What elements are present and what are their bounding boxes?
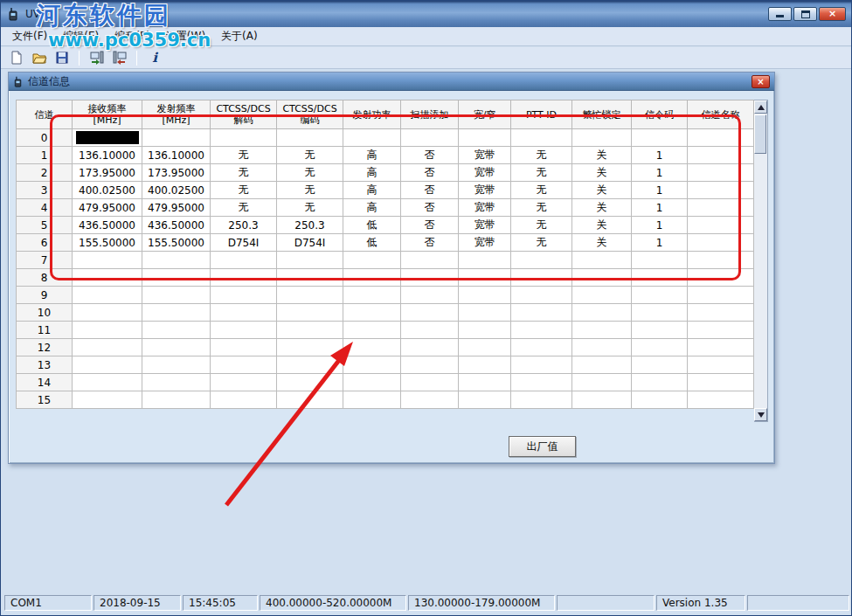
table-cell[interactable]: [343, 129, 401, 147]
table-cell[interactable]: [688, 356, 754, 374]
table-cell[interactable]: 无: [511, 147, 572, 164]
table-cell[interactable]: [688, 147, 754, 164]
app-icon[interactable]: [6, 7, 20, 21]
channel-window-icon[interactable]: [12, 76, 24, 87]
table-cell[interactable]: [401, 252, 459, 269]
row-header-cell[interactable]: 8: [17, 269, 73, 287]
table-cell[interactable]: [142, 287, 211, 304]
table-cell[interactable]: [688, 217, 754, 234]
table-cell[interactable]: 宽带: [459, 199, 511, 217]
table-cell[interactable]: [401, 374, 459, 391]
table-cell[interactable]: [688, 304, 754, 322]
row-header-cell[interactable]: 13: [17, 356, 73, 374]
table-cell[interactable]: [459, 374, 511, 391]
row-header-cell[interactable]: 14: [17, 374, 73, 391]
table-cell[interactable]: 1: [632, 164, 688, 182]
table-cell[interactable]: [572, 356, 632, 374]
table-cell[interactable]: [73, 356, 142, 374]
table-cell[interactable]: [142, 374, 211, 391]
table-cell[interactable]: [632, 322, 688, 339]
menu-item[interactable]: 关于(A): [213, 27, 266, 45]
table-cell[interactable]: [343, 304, 401, 322]
table-cell[interactable]: [459, 304, 511, 322]
table-cell[interactable]: [688, 391, 754, 409]
table-cell[interactable]: [511, 287, 572, 304]
table-cell[interactable]: [459, 287, 511, 304]
table-cell[interactable]: [343, 356, 401, 374]
table-cell[interactable]: [211, 322, 277, 339]
channel-window-close-button[interactable]: ×: [752, 75, 770, 88]
table-cell[interactable]: [277, 339, 343, 356]
table-cell[interactable]: [632, 287, 688, 304]
row-header-cell[interactable]: 2: [17, 164, 73, 182]
table-cell[interactable]: [211, 129, 277, 147]
table-cell[interactable]: 155.50000: [73, 234, 142, 252]
table-cell[interactable]: 无: [211, 182, 277, 199]
table-cell[interactable]: 高: [343, 164, 401, 182]
table-cell[interactable]: 无: [277, 147, 343, 164]
table-cell[interactable]: [142, 269, 211, 287]
table-cell[interactable]: [688, 129, 754, 147]
table-cell[interactable]: [73, 252, 142, 269]
table-cell[interactable]: [459, 339, 511, 356]
table-cell[interactable]: 155.50000: [142, 234, 211, 252]
table-cell[interactable]: [572, 287, 632, 304]
table-cell[interactable]: [511, 339, 572, 356]
table-cell[interactable]: [688, 252, 754, 269]
save-file-icon[interactable]: [52, 49, 72, 67]
close-button[interactable]: ×: [819, 7, 846, 21]
menu-item[interactable]: 设置(W): [158, 27, 213, 45]
table-cell[interactable]: [211, 356, 277, 374]
table-cell[interactable]: [343, 287, 401, 304]
table-cell[interactable]: [73, 322, 142, 339]
row-header-cell[interactable]: 15: [17, 391, 73, 409]
scroll-track[interactable]: [754, 114, 767, 408]
table-cell[interactable]: [142, 252, 211, 269]
table-cell[interactable]: [511, 129, 572, 147]
table-cell[interactable]: [142, 339, 211, 356]
table-cell[interactable]: [211, 252, 277, 269]
table-cell[interactable]: 250.3: [277, 217, 343, 234]
table-cell[interactable]: [632, 391, 688, 409]
table-cell[interactable]: 关: [572, 147, 632, 164]
table-cell[interactable]: [211, 391, 277, 409]
table-cell[interactable]: [277, 374, 343, 391]
table-cell[interactable]: [277, 391, 343, 409]
table-cell[interactable]: 低: [343, 217, 401, 234]
table-cell[interactable]: [572, 304, 632, 322]
table-cell[interactable]: [459, 322, 511, 339]
table-cell[interactable]: 关: [572, 164, 632, 182]
table-cell[interactable]: [511, 269, 572, 287]
table-cell[interactable]: 关: [572, 234, 632, 252]
table-cell[interactable]: [572, 339, 632, 356]
table-cell[interactable]: [343, 374, 401, 391]
table-cell[interactable]: 1: [632, 234, 688, 252]
row-header-cell[interactable]: 5: [17, 217, 73, 234]
table-cell[interactable]: 无: [277, 164, 343, 182]
menu-item[interactable]: 编程(P): [107, 27, 158, 45]
table-cell[interactable]: [688, 339, 754, 356]
table-cell[interactable]: [211, 304, 277, 322]
scroll-thumb[interactable]: [754, 114, 766, 154]
table-cell[interactable]: [511, 374, 572, 391]
table-cell[interactable]: [459, 252, 511, 269]
info-icon[interactable]: i: [144, 49, 164, 67]
table-cell[interactable]: [73, 374, 142, 391]
table-cell[interactable]: [572, 252, 632, 269]
write-to-radio-icon[interactable]: [109, 49, 129, 67]
table-cell[interactable]: 高: [343, 182, 401, 199]
table-cell[interactable]: [277, 269, 343, 287]
table-cell[interactable]: [277, 304, 343, 322]
table-cell[interactable]: [277, 356, 343, 374]
table-cell[interactable]: 高: [343, 199, 401, 217]
table-cell[interactable]: [511, 322, 572, 339]
table-cell[interactable]: 无: [511, 164, 572, 182]
table-cell[interactable]: [688, 287, 754, 304]
row-header-cell[interactable]: 12: [17, 339, 73, 356]
table-cell[interactable]: [401, 304, 459, 322]
table-cell[interactable]: [211, 287, 277, 304]
read-from-radio-icon[interactable]: [87, 49, 107, 67]
table-cell[interactable]: [401, 339, 459, 356]
table-cell[interactable]: 无: [511, 217, 572, 234]
row-header-cell[interactable]: 9: [17, 287, 73, 304]
